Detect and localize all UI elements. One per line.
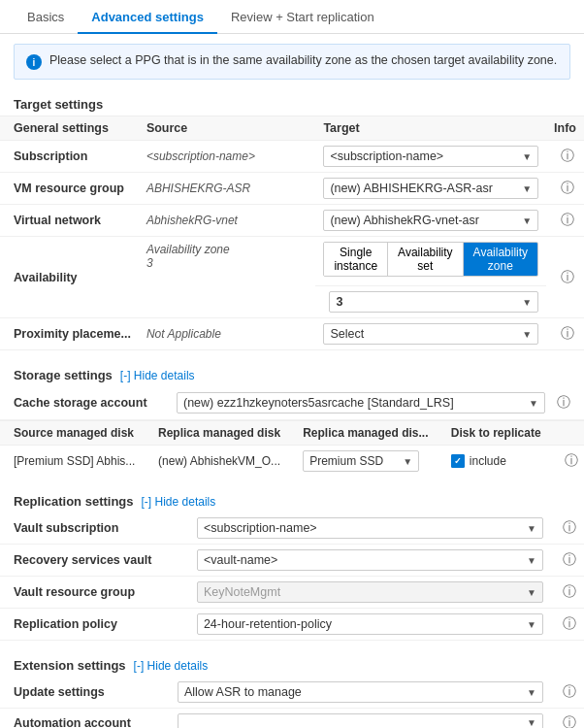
tab-advanced-settings[interactable]: Advanced settings (78, 0, 217, 34)
storage-settings-header: Storage settings [-] Hide details (0, 360, 584, 386)
chevron-down-icon: ▼ (527, 587, 536, 598)
disk-row: [Premium SSD] Abhis... (new) AbhishekVM_… (0, 446, 584, 478)
info-icon-vnet[interactable]: ⓘ (557, 212, 574, 227)
table-row-availability: Availability Availability zone 3 Single … (0, 237, 584, 286)
chevron-down-icon: ▼ (529, 398, 538, 409)
source-proximity: Not Applicable (146, 327, 221, 341)
row-label-proximity: Proximity placeme... (0, 318, 139, 350)
banner-text: Please select a PPG that is in the same … (49, 53, 557, 67)
avail-btn-zone[interactable]: Availability zone (464, 243, 537, 276)
info-icon: i (26, 54, 42, 70)
extension-settings-header: Extension settings [-] Hide details (0, 650, 584, 677)
info-banner: i Please select a PPG that is in the sam… (14, 44, 570, 80)
table-row-proximity: Proximity placeme... Not Applicable Sele… (0, 318, 584, 350)
col-target: Target (315, 116, 546, 141)
table-row: VM resource group ABHISHEKRG-ASR (new) A… (0, 173, 584, 205)
chevron-down-icon: ▼ (522, 297, 532, 308)
info-icon-subscription[interactable]: ⓘ (557, 148, 574, 163)
chevron-down-icon: ▼ (522, 329, 532, 340)
info-icon-vm-rg[interactable]: ⓘ (557, 180, 574, 195)
disk-include-wrap: ✓ include (451, 454, 549, 468)
row-label-replication-policy: Replication policy (0, 609, 159, 641)
dropdown-vault-rg: KeyNoteMgmt ▼ (197, 581, 543, 603)
table-row-vault-sub: Vault subscription <subscription-name> ▼… (0, 513, 584, 545)
dropdown-vnet[interactable]: (new) AbhishekRG-vnet-asr ▼ (323, 210, 538, 231)
cache-label: Cache storage account (14, 396, 169, 410)
table-row-replication-policy: Replication policy 24-hour-retention-pol… (0, 609, 584, 641)
row-label-update-settings: Update settings (0, 677, 139, 709)
chevron-down-icon: ▼ (527, 555, 536, 566)
table-row: Subscription <subscription-name> <subscr… (0, 141, 584, 173)
avail-btn-single[interactable]: Single instance (324, 243, 388, 276)
chevron-down-icon: ▼ (522, 151, 532, 162)
chevron-down-icon: ▼ (522, 183, 532, 194)
row-label-vault-rg: Vault resource group (0, 577, 159, 609)
col-general: General settings (0, 116, 139, 141)
target-settings-header: Target settings (0, 89, 584, 116)
avail-btn-set[interactable]: Availability set (388, 243, 463, 276)
info-icon-proximity[interactable]: ⓘ (557, 325, 574, 341)
row-label-subscription: Subscription (0, 141, 139, 173)
dropdown-automation-account[interactable]: ▼ (178, 713, 543, 728)
disk-col-replicate: Disk to replicate (445, 421, 555, 446)
dropdown-replication-policy[interactable]: 24-hour-retention-policy ▼ (197, 613, 543, 635)
table-row-recovery-vault: Recovery services vault <vault-name> ▼ ⓘ (0, 545, 584, 577)
source-subscription: <subscription-name> (146, 149, 255, 163)
info-icon-vault-sub[interactable]: ⓘ (559, 519, 576, 535)
row-label-automation-account: Automation account (0, 709, 139, 729)
info-icon-disk[interactable]: ⓘ (561, 452, 578, 468)
availability-button-group: Single instance Availability set Availab… (323, 242, 538, 277)
dropdown-vault-sub[interactable]: <subscription-name> ▼ (197, 517, 543, 539)
table-row-vault-rg: Vault resource group KeyNoteMgmt ▼ ⓘ (0, 577, 584, 609)
disk-col-replica1: Replica managed disk (152, 421, 297, 446)
disk-col-replica2: Replica managed dis... (297, 421, 445, 446)
disk-table: Source managed disk Replica managed disk… (0, 420, 584, 477)
chevron-down-icon: ▼ (403, 456, 412, 467)
dropdown-update-settings[interactable]: Allow ASR to manage ▼ (178, 681, 543, 703)
dropdown-vm-rg[interactable]: (new) ABHISHEKRG-ASR-asr ▼ (323, 178, 538, 199)
dropdown-availability-zone[interactable]: 3 ▼ (329, 291, 538, 313)
extension-hide-link[interactable]: [-] Hide details (134, 659, 209, 673)
replication-settings-header: Replication settings [-] Hide details (0, 486, 584, 513)
dropdown-cache-storage[interactable]: (new) ezz1hzkeynoters5asrcache [Standard… (177, 392, 545, 414)
table-row-automation-account: Automation account ▼ ⓘ (0, 709, 584, 729)
table-row: Virtual network AbhishekRG-vnet (new) Ab… (0, 205, 584, 237)
info-icon-update-settings[interactable]: ⓘ (559, 683, 576, 699)
info-icon-recovery-vault[interactable]: ⓘ (559, 551, 576, 567)
dropdown-subscription[interactable]: <subscription-name> ▼ (323, 146, 538, 167)
row-label-vnet: Virtual network (0, 205, 139, 237)
col-source: Source (139, 116, 316, 141)
storage-hide-link[interactable]: [-] Hide details (120, 369, 195, 382)
source-vm-rg: ABHISHEKRG-ASR (146, 182, 250, 195)
tab-review-start[interactable]: Review + Start replication (217, 0, 388, 34)
cache-storage-row: Cache storage account (new) ezz1hzkeynot… (0, 386, 584, 420)
include-checkbox[interactable]: ✓ (451, 454, 465, 468)
dropdown-replica-type[interactable]: Premium SSD ▼ (303, 450, 419, 472)
col-info: Info (546, 116, 584, 141)
source-availability-line2: 3 (146, 256, 308, 270)
dropdown-proximity[interactable]: Select ▼ (323, 323, 538, 345)
dropdown-recovery-vault[interactable]: <vault-name> ▼ (197, 549, 543, 571)
include-label: include (470, 454, 506, 468)
chevron-down-icon: ▼ (527, 619, 536, 630)
replication-hide-link[interactable]: [-] Hide details (142, 495, 216, 509)
chevron-down-icon: ▼ (527, 717, 536, 728)
info-icon-replication-policy[interactable]: ⓘ (559, 615, 576, 631)
replication-settings-table: Vault subscription <subscription-name> ▼… (0, 513, 584, 641)
info-icon-cache[interactable]: ⓘ (553, 394, 570, 412)
target-settings-table: General settings Source Target Info Subs… (0, 116, 584, 350)
table-row-update-settings: Update settings Allow ASR to manage ▼ ⓘ (0, 677, 584, 709)
chevron-down-icon: ▼ (527, 523, 536, 534)
extension-settings-table: Update settings Allow ASR to manage ▼ ⓘ … (0, 677, 584, 728)
tab-bar: Basics Advanced settings Review + Start … (0, 0, 584, 34)
chevron-down-icon: ▼ (522, 215, 532, 226)
info-icon-vault-rg[interactable]: ⓘ (559, 583, 576, 599)
tab-basics[interactable]: Basics (14, 0, 78, 34)
disk-col-source: Source managed disk (0, 421, 152, 446)
row-label-availability: Availability (0, 237, 139, 318)
info-icon-availability[interactable]: ⓘ (557, 269, 574, 284)
info-icon-automation-account[interactable]: ⓘ (559, 714, 576, 729)
disk-replica1-value: (new) AbhishekVM_O... (152, 446, 297, 478)
source-availability-line1: Availability zone (146, 243, 308, 256)
chevron-down-icon: ▼ (527, 687, 536, 698)
